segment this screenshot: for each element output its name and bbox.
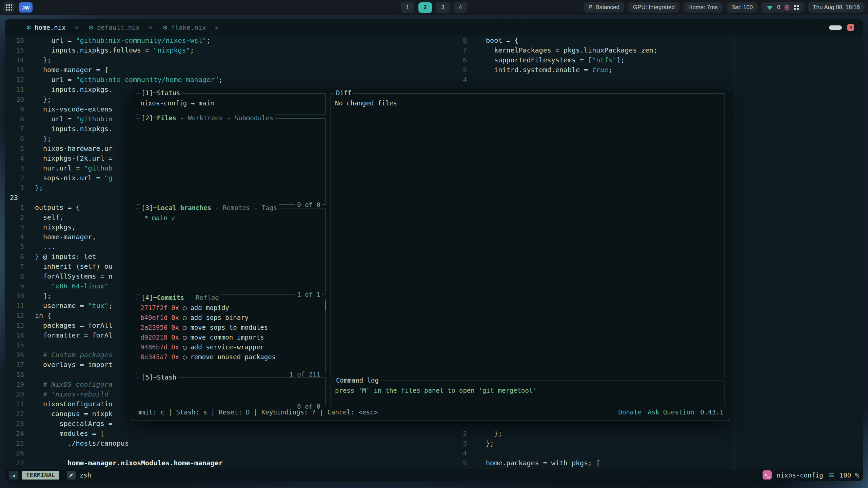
code-line: 13 home-manager = { — [5, 65, 448, 75]
commit-row[interactable]: d9202180x○move common imports — [140, 332, 321, 342]
commit-row[interactable]: 2a239500x○move sops to modules — [140, 323, 321, 332]
commit-message: move sops to modules — [190, 324, 268, 331]
code-line: 8 boot = { — [448, 36, 863, 45]
percent-indicator: 100 % — [840, 471, 859, 479]
lazygit-window: [1]─Status nixos-config → main [2]─Files… — [131, 89, 730, 421]
statusbar-right: >_ nixos-config ≡ 100 % — [763, 470, 859, 480]
line-number: 16 — [5, 350, 24, 360]
window-close-button[interactable]: × — [847, 24, 854, 31]
commit-row[interactable]: 8e345a70x○remove unused packages — [140, 352, 321, 362]
code-text: supportedFilesystems = ["ntfs"]; — [478, 55, 625, 65]
line-number: 4 — [5, 232, 24, 242]
line-number: 7 — [5, 262, 24, 271]
commit-hash: 2a23950 — [140, 324, 167, 331]
window-maximize-button[interactable] — [829, 25, 842, 30]
commit-hash: 9486b7d — [140, 343, 167, 351]
commit-row[interactable]: 2717f2f0x○add mopidy — [140, 303, 321, 313]
workspace-2[interactable]: 2 — [418, 2, 432, 13]
tab-label: default.nix — [97, 24, 140, 31]
ask-question-link[interactable]: Ask Question — [648, 408, 694, 416]
command-log-title: Command log — [334, 377, 380, 384]
workspace-3[interactable]: 3 — [436, 2, 450, 13]
donate-link[interactable]: Donate — [618, 408, 642, 416]
tab-home.nix[interactable]: ❄home.nix× — [26, 24, 78, 31]
module-gpu[interactable]: GPU: Integrated — [628, 2, 679, 13]
line-number: 11 — [5, 301, 24, 311]
lazygit-diff-panel[interactable]: Diff No changed files — [331, 93, 725, 377]
tab-label: flake.nix — [171, 24, 206, 31]
line-number: 23 — [5, 419, 24, 429]
module-ping[interactable]: Home: 7ms — [684, 2, 723, 13]
pane-title: zsh — [80, 471, 91, 479]
commit-message: add service-wrapper — [190, 343, 264, 351]
commit-row[interactable]: 9486b7d0x○add service-wrapper — [140, 342, 321, 352]
list-icon: ≡ — [828, 471, 835, 479]
commit-hash: b49ef1d — [140, 314, 167, 321]
code-text: }; — [35, 95, 51, 104]
lazygit-commits-panel[interactable]: [4]─Commits - Reflog 2717f2f0x○add mopid… — [136, 298, 326, 374]
line-number: 8 — [5, 271, 24, 281]
code-text: nixpkgs, — [35, 222, 76, 232]
module-power-profile[interactable]: P: Balanced — [584, 2, 624, 13]
branches-panel-title: [3]─Local branches - Remotes - Tags — [140, 204, 279, 211]
lazygit-command-log-panel[interactable]: Command log press 'M' in the files panel… — [331, 381, 725, 406]
line-number: 3 — [5, 222, 24, 232]
line-number: 11 — [5, 85, 24, 95]
topbar-left: JW — [3, 2, 33, 13]
nix-icon: ❄ — [26, 24, 31, 31]
line-number: 12 — [5, 75, 24, 85]
lazygit-options-bar: mmit: c | Stash: s | Reset: D | Keybindi… — [136, 406, 725, 418]
code-text: } @ inputs: let — [35, 252, 96, 262]
user-badge[interactable]: JW — [19, 2, 33, 13]
network-icon — [766, 5, 773, 10]
line-number: 7 — [448, 45, 467, 55]
line-number: 14 — [5, 55, 24, 65]
stash-count: 0 of 0 — [295, 403, 322, 410]
code-text: inputs.nixpkgs. — [35, 85, 113, 95]
line-number: 12 — [5, 311, 24, 321]
code-text: }; — [35, 134, 51, 144]
line-number: 25 — [5, 439, 24, 448]
line-number: 6 — [5, 134, 24, 144]
code-text: initrd.systemd.enable = true; — [478, 65, 612, 75]
workspace-4[interactable]: 4 — [454, 2, 467, 13]
line-number: 27 — [5, 458, 24, 468]
branch-row[interactable]: * main ✓ — [140, 213, 321, 223]
tab-default.nix[interactable]: ❄default.nix× — [88, 24, 152, 31]
commit-graph-icon: ○ — [183, 353, 186, 361]
line-number: 19 — [5, 380, 24, 389]
lazygit-status-panel[interactable]: [1]─Status nixos-config → main — [136, 93, 326, 115]
close-tab-icon[interactable]: × — [149, 24, 152, 31]
line-number: 2 — [5, 173, 24, 183]
line-number: 22 — [5, 409, 24, 419]
lazygit-stash-panel[interactable]: [5]─Stash 0 of 0 — [136, 378, 326, 406]
workspace-1[interactable]: 1 — [401, 2, 414, 13]
app-launcher-button[interactable] — [3, 2, 15, 13]
line-number: 2 — [5, 212, 24, 222]
notification-count: 0 — [777, 4, 780, 11]
multiplexer-status-bar: ◢ TERMINAL zsh >_ nixos-config ≡ 100 % — [5, 469, 863, 481]
line-number: 3 — [5, 163, 24, 173]
close-tab-icon[interactable]: × — [75, 24, 78, 31]
code-text: inputs.nixpkgs. — [35, 124, 113, 134]
clock[interactable]: Thu Aug 08, 18:16 — [808, 2, 865, 13]
commit-row[interactable]: b49ef1d0x○add sops binary — [140, 313, 321, 323]
commit-author: 0x — [171, 324, 179, 331]
code-text: }; — [35, 183, 43, 193]
lazygit-files-panel[interactable]: [2]─Files - Worktrees - Submodules 0 of … — [136, 118, 326, 205]
commit-message: move common imports — [190, 333, 264, 341]
module-battery[interactable]: Bat: 100 — [727, 2, 757, 13]
system-tray[interactable]: 0 — [762, 2, 804, 13]
commit-message: add sops binary — [190, 314, 249, 321]
lazygit-branches-panel[interactable]: [3]─Local branches - Remotes - Tags * ma… — [136, 208, 326, 294]
code-text: ./hosts/canopus — [35, 439, 129, 448]
lazygit-version: 0.43.1 — [700, 408, 724, 416]
tab-flake.nix[interactable]: ❄flake.nix× — [162, 24, 219, 31]
commits-scrollbar[interactable] — [325, 301, 326, 310]
line-number: 14 — [5, 330, 24, 340]
line-number: 26 — [5, 448, 24, 458]
commit-graph-icon: ○ — [183, 304, 186, 311]
close-tab-icon[interactable]: × — [215, 24, 219, 31]
line-number: 23 — [5, 193, 24, 203]
code-line: 14 }; — [5, 55, 448, 65]
